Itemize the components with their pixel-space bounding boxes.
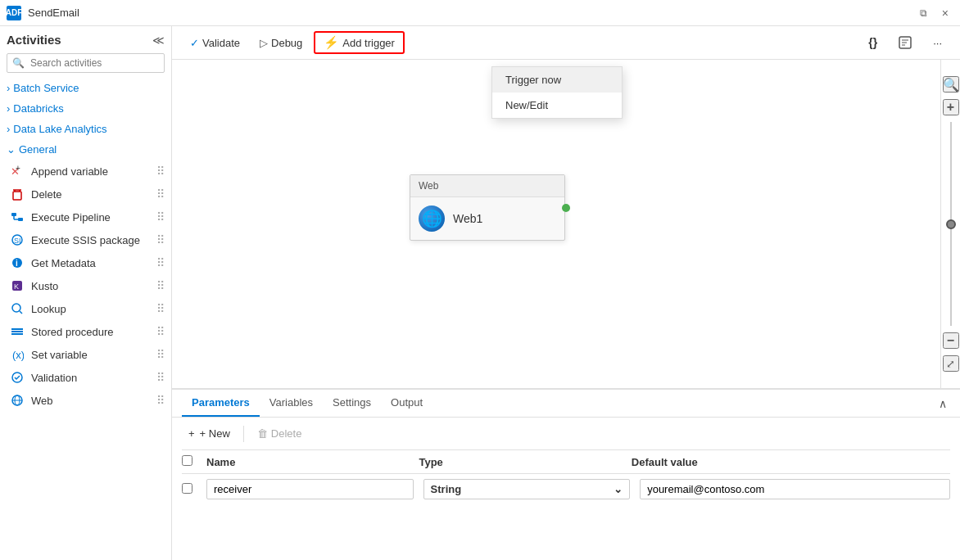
search-input[interactable] — [7, 53, 165, 73]
stored-procedure-label: Stored procedure — [31, 326, 150, 338]
bottom-toolbar: + + New 🗑 Delete — [182, 418, 950, 450]
drag-handle-2[interactable] — [156, 187, 165, 201]
restore-icon[interactable]: ⧉ — [920, 7, 927, 19]
sidebar: Activities ≪ 🔍 › Batch Service › Databri… — [0, 26, 172, 560]
append-variable-label: Append variable — [31, 165, 150, 178]
sidebar-item-web[interactable]: Web — [0, 389, 171, 412]
sidebar-item-set-variable[interactable]: (x) Set variable — [0, 343, 171, 366]
zoom-controls: 🔍 + − ⤢ — [940, 60, 960, 388]
execute-ssis-label: Execute SSIS package — [31, 234, 150, 246]
drag-handle-8[interactable] — [156, 325, 165, 338]
set-variable-label: Set variable — [31, 349, 150, 361]
row-checkbox[interactable] — [182, 483, 192, 494]
delete-parameter-button[interactable]: 🗑 Delete — [251, 424, 309, 443]
sidebar-item-get-metadata[interactable]: i Get Metadata — [0, 251, 171, 274]
sidebar-collapse-icons[interactable]: ≪ — [152, 34, 165, 47]
drag-handle-9[interactable] — [156, 348, 165, 361]
new-edit-item[interactable]: New/Edit — [492, 93, 622, 118]
toolbar-right: {} ··· — [860, 33, 950, 52]
node-globe-icon — [419, 205, 445, 232]
tab-settings[interactable]: Settings — [323, 390, 381, 417]
sidebar-item-validation[interactable]: Validation — [0, 366, 171, 389]
sidebar-item-delete[interactable]: Delete — [0, 183, 171, 205]
collapse-panel-button[interactable]: ∧ — [935, 394, 950, 413]
group-datalake-label: Data Lake Analytics — [13, 123, 106, 135]
new-parameter-button[interactable]: + + New — [182, 424, 237, 443]
sidebar-item-execute-pipeline[interactable]: Execute Pipeline — [0, 205, 171, 228]
chevron-right-icon-3: › — [7, 123, 10, 135]
stored-procedure-icon — [10, 324, 25, 339]
svg-line-17 — [20, 311, 22, 314]
validate-button[interactable]: ✓ Validate — [182, 34, 248, 52]
sidebar-item-kusto[interactable]: K Kusto — [0, 274, 171, 297]
canvas-wrapper: ✓ Validate ▷ Debug ⚡ Add trigger {} ··· — [172, 26, 960, 560]
canvas-area[interactable]: Trigger now New/Edit Web Web1 — [172, 60, 960, 388]
drag-handle-11[interactable] — [156, 394, 165, 407]
trigger-now-item[interactable]: Trigger now — [492, 67, 622, 93]
drag-handle-7[interactable] — [156, 302, 165, 315]
lookup-label: Lookup — [31, 303, 150, 315]
svg-text:(x): (x) — [12, 349, 24, 361]
expand-button[interactable]: ⤢ — [943, 355, 959, 372]
web-node[interactable]: Web Web1 — [410, 174, 565, 241]
tab-output[interactable]: Output — [381, 390, 432, 417]
set-variable-icon: (x) — [10, 347, 25, 362]
collapse-icon[interactable]: ≪ — [152, 34, 165, 47]
zoom-slider-thumb[interactable] — [946, 219, 956, 229]
drag-handle-10[interactable] — [156, 371, 165, 384]
group-batch[interactable]: › Batch Service — [0, 78, 171, 98]
bottom-panel-header: Parameters Variables Settings Output ∧ — [172, 390, 960, 418]
svg-rect-2 — [13, 192, 21, 200]
tab-variables[interactable]: Variables — [260, 390, 323, 417]
sidebar-list: › Batch Service › Databricks › Data Lake… — [0, 78, 171, 560]
close-button[interactable]: × — [937, 3, 953, 23]
svg-point-16 — [12, 304, 20, 312]
select-all-checkbox[interactable] — [182, 455, 192, 466]
zoom-in-button[interactable]: + — [943, 99, 959, 115]
sidebar-item-lookup[interactable]: Lookup — [0, 297, 171, 320]
append-variable-icon: ✕+ — [10, 164, 25, 178]
group-general[interactable]: ⌄ General ✕+ Append variable Delete — [0, 139, 171, 412]
default-value-input[interactable] — [640, 479, 950, 499]
delete-icon — [10, 187, 25, 201]
debug-button[interactable]: ▷ Debug — [251, 34, 310, 52]
group-datalake[interactable]: › Data Lake Analytics — [0, 119, 171, 139]
group-databricks[interactable]: › Databricks — [0, 98, 171, 119]
type-column-header: Type — [419, 456, 631, 468]
node-connector[interactable] — [562, 204, 570, 212]
kusto-icon: K — [10, 278, 25, 293]
sidebar-item-append-variable[interactable]: ✕+ Append variable — [0, 160, 171, 183]
sidebar-item-stored-procedure[interactable]: Stored procedure — [0, 320, 171, 343]
tab-title: SendEmail — [28, 7, 913, 19]
drag-handle-3[interactable] — [156, 210, 165, 224]
get-metadata-label: Get Metadata — [31, 257, 150, 269]
json-button[interactable]: {} — [860, 33, 885, 52]
more-button[interactable]: ··· — [925, 34, 950, 52]
chevron-right-icon: › — [7, 82, 10, 94]
drag-handle-4[interactable] — [156, 233, 165, 246]
web-icon — [10, 393, 25, 408]
add-trigger-button[interactable]: ⚡ Add trigger — [314, 31, 405, 54]
sidebar-item-execute-ssis[interactable]: SI Execute SSIS package — [0, 228, 171, 251]
node-type-label: Web — [419, 180, 438, 192]
chevron-down-icon: ⌄ — [7, 143, 16, 156]
svg-rect-19 — [11, 331, 23, 332]
execute-pipeline-icon — [10, 210, 25, 224]
search-canvas-button[interactable]: 🔍 — [943, 76, 959, 93]
drag-handle[interactable] — [156, 165, 165, 178]
zoom-out-button[interactable]: − — [943, 332, 959, 349]
drag-handle-5[interactable] — [156, 256, 165, 269]
parameter-name-input[interactable] — [206, 479, 414, 499]
type-select[interactable]: String ⌄ — [423, 479, 631, 499]
get-metadata-icon: i — [10, 255, 25, 270]
dropdown-arrow-icon: ⌄ — [614, 483, 623, 495]
code-button[interactable] — [890, 33, 920, 52]
drag-handle-6[interactable] — [156, 279, 165, 292]
default-value-column-header: Default value — [632, 456, 950, 468]
svg-text:SI: SI — [14, 237, 21, 245]
toolbar: ✓ Validate ▷ Debug ⚡ Add trigger {} ··· — [172, 26, 960, 60]
svg-text:+: + — [16, 165, 20, 173]
tab-parameters[interactable]: Parameters — [182, 390, 260, 417]
chevron-right-icon-2: › — [7, 102, 10, 115]
svg-rect-6 — [11, 213, 16, 216]
